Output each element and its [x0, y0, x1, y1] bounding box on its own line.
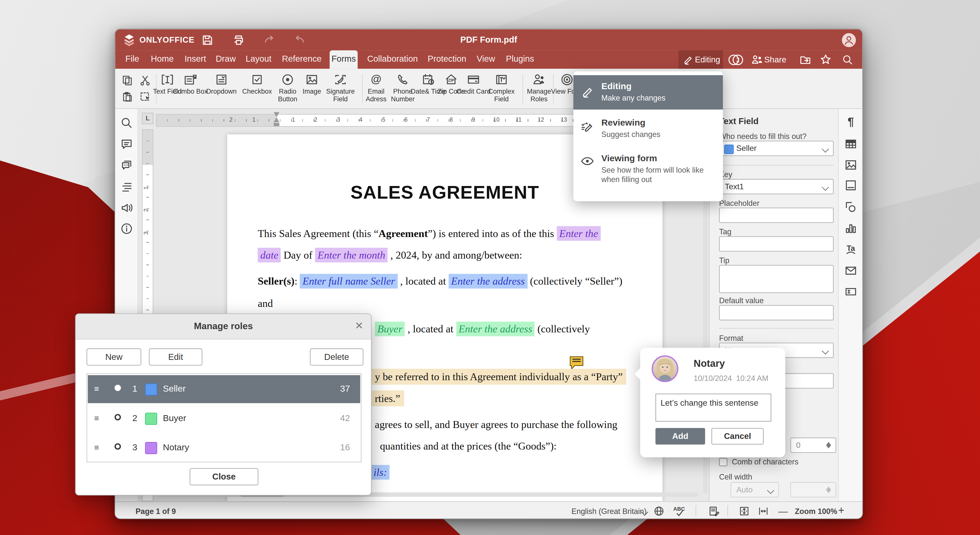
- chart-settings-icon[interactable]: [845, 222, 857, 234]
- mode-option-editing[interactable]: Editing Make any changes: [573, 75, 723, 110]
- close-dialog-button[interactable]: Close: [189, 468, 258, 485]
- comment-text-input[interactable]: Let’s change this sentense: [655, 394, 772, 422]
- mode-option-reviewing[interactable]: Reviewing Suggest changes: [573, 113, 723, 147]
- zoom-out-button[interactable]: —: [778, 506, 788, 517]
- shape-settings-icon[interactable]: [845, 201, 857, 213]
- mode-option-viewing-form[interactable]: Viewing form See how the form will look …: [573, 149, 723, 199]
- editing-mode-button[interactable]: Editing: [678, 50, 723, 69]
- menu-view[interactable]: View: [477, 54, 495, 64]
- delete-role-button[interactable]: Delete: [310, 348, 363, 366]
- menu-forms-active-tab[interactable]: Forms: [329, 50, 358, 69]
- spinner-up-icon[interactable]: [826, 487, 831, 490]
- role-select[interactable]: Seller: [719, 141, 834, 156]
- key-select[interactable]: Text1: [719, 179, 834, 195]
- toolbar-signature-field-button[interactable]: Signature Field: [323, 71, 358, 102]
- characters-limit-spinner[interactable]: 0: [791, 438, 836, 453]
- new-role-button[interactable]: New: [87, 348, 141, 366]
- cut-icon[interactable]: [139, 75, 151, 86]
- menu-protection[interactable]: Protection: [428, 54, 466, 64]
- default-value-input[interactable]: [719, 305, 834, 321]
- form-field-details[interactable]: ils:: [371, 465, 390, 479]
- navigation-headings-icon[interactable]: [120, 180, 133, 193]
- chevron-down-icon: [767, 487, 774, 494]
- copy-icon[interactable]: [121, 75, 133, 86]
- form-field-date[interactable]: Enter the: [557, 226, 601, 241]
- comb-of-characters-checkbox[interactable]: [719, 458, 727, 466]
- role-row-notary[interactable]: ≡ 3 Notary 16: [88, 434, 360, 462]
- form-field-buyer-name[interactable]: Buyer: [375, 322, 405, 336]
- form-filling-status-icon[interactable]: [708, 506, 720, 517]
- close-icon[interactable]: ✕: [355, 320, 363, 332]
- chat-icon[interactable]: [120, 158, 133, 171]
- comment-marker-icon[interactable]: [569, 356, 584, 370]
- table-settings-icon[interactable]: [845, 137, 857, 150]
- menu-insert[interactable]: Insert: [185, 54, 206, 64]
- search-icon[interactable]: [842, 54, 853, 65]
- edit-role-button[interactable]: Edit: [149, 348, 202, 366]
- add-comment-button[interactable]: Add: [655, 428, 705, 445]
- fit-width-icon[interactable]: [758, 506, 769, 517]
- find-icon[interactable]: [120, 117, 133, 129]
- paste-icon[interactable]: [121, 91, 133, 102]
- share-button[interactable]: Share: [764, 55, 786, 64]
- commented-text[interactable]: y be referred to in this Agreement indiv…: [371, 369, 626, 385]
- toolbar-checkbox-button[interactable]: Checkbox: [239, 71, 275, 95]
- toolbar-complex-field-button[interactable]: Complex Field: [484, 71, 519, 102]
- text-art-settings-icon[interactable]: Ta: [845, 243, 857, 256]
- cancel-comment-button[interactable]: Cancel: [711, 428, 764, 445]
- spinner-up-icon[interactable]: [826, 442, 831, 446]
- user-avatar[interactable]: [842, 33, 856, 47]
- toolbar-combo-box-button[interactable]: Combo Box: [172, 71, 208, 95]
- form-field-month[interactable]: Enter the month: [315, 248, 388, 262]
- tip-input[interactable]: [719, 265, 834, 293]
- menu-reference[interactable]: Reference: [282, 54, 321, 64]
- dialog-header[interactable]: Manage roles ✕: [76, 314, 371, 340]
- favorite-star-icon[interactable]: [819, 53, 832, 65]
- select-icon[interactable]: [139, 91, 151, 102]
- form-field-buyer-address[interactable]: Enter the address: [456, 322, 535, 336]
- role-row-seller[interactable]: ≡ 1 Seller 37: [88, 375, 360, 403]
- placeholder-input[interactable]: [719, 208, 834, 223]
- menu-collaboration[interactable]: Collaboration: [367, 54, 418, 64]
- menu-layout[interactable]: Layout: [246, 54, 272, 64]
- drag-handle-icon[interactable]: ≡: [94, 414, 99, 423]
- language-selector[interactable]: English (Great Britain): [571, 507, 647, 516]
- feedback-icon[interactable]: [120, 201, 133, 214]
- form-field-date[interactable]: date: [258, 248, 281, 262]
- spellcheck-icon[interactable]: ABC: [673, 505, 689, 517]
- page-indicator[interactable]: Page 1 of 9: [135, 507, 176, 516]
- menu-home[interactable]: Home: [151, 54, 174, 64]
- menu-draw[interactable]: Draw: [216, 54, 236, 64]
- ruler-number: 2: [229, 117, 232, 123]
- form-field-seller-name[interactable]: Enter full name Seller: [300, 274, 398, 289]
- collaborators-count-badge[interactable]: 2: [728, 53, 745, 66]
- cell-width-spinner[interactable]: [791, 482, 836, 498]
- role-row-buyer[interactable]: ≡ 2 Buyer 42: [88, 404, 360, 433]
- toolbar-dropdown-button[interactable]: Dropdown: [204, 71, 239, 95]
- comments-icon[interactable]: [120, 137, 133, 150]
- open-file-location-icon[interactable]: [799, 54, 811, 65]
- zoom-level[interactable]: Zoom 100%: [795, 507, 837, 516]
- menu-file[interactable]: File: [126, 54, 139, 64]
- paragraph-settings-icon[interactable]: ¶: [845, 115, 857, 128]
- tag-input[interactable]: [719, 236, 834, 252]
- ruler-number: 7: [426, 117, 430, 123]
- spinner-down-icon[interactable]: [826, 490, 831, 493]
- zoom-in-button[interactable]: +: [838, 505, 845, 517]
- spinner-down-icon[interactable]: [826, 445, 831, 448]
- header-footer-settings-icon[interactable]: [845, 179, 857, 192]
- commented-text[interactable]: rties.”: [371, 390, 404, 406]
- fit-page-icon[interactable]: [739, 506, 749, 517]
- ruler-corner-tab[interactable]: L: [142, 113, 153, 124]
- set-language-globe-icon[interactable]: [654, 506, 665, 517]
- menu-plugins[interactable]: Plugins: [506, 54, 534, 64]
- cell-width-select[interactable]: Auto: [730, 482, 779, 498]
- drag-handle-icon[interactable]: ≡: [94, 384, 99, 394]
- form-field-seller-address[interactable]: Enter the address: [449, 274, 527, 289]
- about-info-icon[interactable]: [120, 222, 133, 235]
- image-settings-icon[interactable]: [845, 158, 857, 171]
- form-settings-icon[interactable]: [845, 285, 857, 298]
- drag-handle-icon[interactable]: ≡: [94, 442, 99, 452]
- indent-marker[interactable]: [274, 112, 279, 129]
- mail-merge-icon[interactable]: [845, 264, 857, 277]
